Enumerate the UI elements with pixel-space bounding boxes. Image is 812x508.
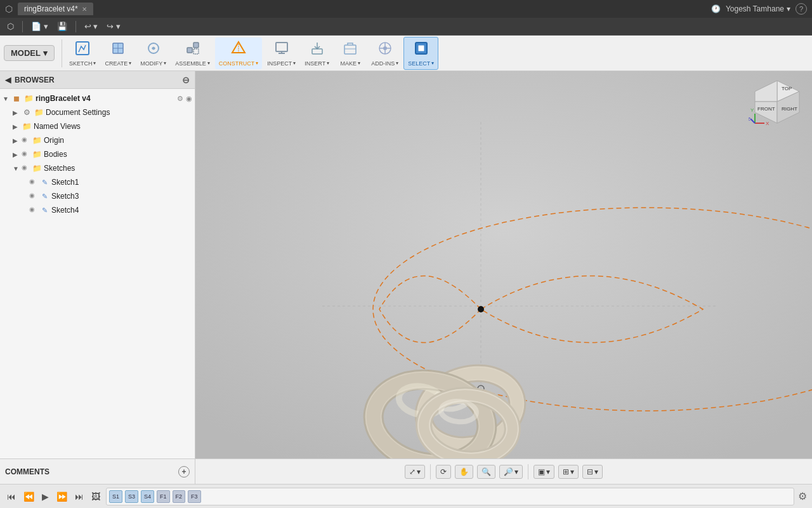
browser-collapse-left[interactable]: ◀ <box>5 76 11 84</box>
doc-settings-folder-icon: 📁 <box>34 107 44 117</box>
user-info[interactable]: Yogesh Tamhane ▾ <box>726 4 790 13</box>
sketch-tool-button[interactable]: SKETCH▾ <box>65 37 100 69</box>
svg-rect-11 <box>276 43 287 51</box>
orbit-icon: ⟳ <box>440 467 447 476</box>
view-toggle-icon: ⊟ <box>587 467 593 476</box>
comments-section: COMMENTS + <box>0 459 195 484</box>
timeline-item-sketch1[interactable]: S1 <box>109 490 122 503</box>
timeline-item-feature3[interactable]: F3 <box>188 490 201 503</box>
viewport-canvas[interactable]: TOP RIGHT FRONT X Y Z <box>195 71 812 458</box>
tree-sketch1[interactable]: ◉ ✎ Sketch1 <box>0 175 195 189</box>
tree-named-views[interactable]: ▶ 📁 Named Views <box>0 119 195 133</box>
new-file-button[interactable]: 📄 ▾ <box>28 20 51 33</box>
bodies-folder-icon: 📁 <box>32 149 42 159</box>
bodies-toggle[interactable]: ▶ <box>13 151 22 158</box>
timeline-item-sketch4[interactable]: S4 <box>141 490 154 503</box>
undo-button[interactable]: ↩ ▾ <box>81 20 102 33</box>
display-mode-button[interactable]: ▣▾ <box>534 465 554 479</box>
username-label: Yogesh Tamhane <box>726 4 784 13</box>
pan-button[interactable]: ✋ <box>455 465 473 479</box>
modify-label: MODIFY▾ <box>140 60 166 67</box>
sketch4-eye-icon: ◉ <box>29 206 38 215</box>
origin-toggle[interactable]: ▶ <box>13 137 22 144</box>
timeline-settings-icon[interactable]: ⚙ <box>798 490 807 502</box>
grid-menu-button[interactable]: ⬡ <box>4 20 17 33</box>
title-bar-right: 🕐 Yogesh Tamhane ▾ ? <box>711 3 807 15</box>
help-icon[interactable]: ? <box>796 3 807 15</box>
create-tool-button[interactable]: CREATE▾ <box>101 37 135 69</box>
tree-origin[interactable]: ▶ ◉ 📁 Origin <box>0 133 195 147</box>
inspect-tool-button[interactable]: INSPECT▾ <box>263 37 299 69</box>
comments-add-button[interactable]: + <box>178 466 190 478</box>
zoom-in-icon: 🔍 <box>481 467 491 476</box>
make-icon <box>342 40 358 59</box>
zoom-out-button[interactable]: 🔎▾ <box>499 465 523 479</box>
addins-tool-button[interactable]: ADD-INS▾ <box>367 37 402 69</box>
timeline-item-feature1[interactable]: F1 <box>157 490 170 503</box>
svg-rect-6 <box>193 43 199 48</box>
timeline-play-button[interactable]: ▶ <box>40 490 51 504</box>
root-settings-icon[interactable]: ⚙ <box>177 95 183 103</box>
save-button[interactable]: 💾 <box>54 20 70 33</box>
sketch4-sketch-icon: ✎ <box>39 205 49 215</box>
doc-settings-gear-icon: ⚙ <box>22 107 32 117</box>
svg-rect-24 <box>418 45 424 51</box>
browser-title: BROWSER <box>15 76 55 84</box>
assemble-tool-button[interactable]: ASSEMBLE▾ <box>171 37 214 69</box>
timeline-next-skip-button[interactable]: ⏭ <box>73 490 86 504</box>
timeline-item-sketch3[interactable]: S3 <box>125 490 138 503</box>
tree-document-settings[interactable]: ▶ ⚙ 📁 Document Settings <box>0 105 195 119</box>
orbit-button[interactable]: ⟳ <box>436 465 451 479</box>
svg-rect-7 <box>193 49 199 54</box>
root-eye-icon[interactable]: ◉ <box>186 95 192 103</box>
modify-icon <box>145 40 162 59</box>
user-dropdown-icon[interactable]: ▾ <box>787 4 790 13</box>
tree-sketch4[interactable]: ◉ ✎ Sketch4 <box>0 203 195 217</box>
sketch3-eye-icon: ◉ <box>29 192 38 201</box>
modify-tool-button[interactable]: MODIFY▾ <box>136 37 170 69</box>
grid-display-button[interactable]: ⊞▾ <box>558 465 579 479</box>
named-views-folder-icon: 📁 <box>22 121 32 131</box>
tab-label: ringBracelet v4* <box>24 4 78 13</box>
insert-tool-button[interactable]: INSERT▾ <box>301 37 333 69</box>
construct-tool-button[interactable]: CONSTRUCT▾ <box>215 37 263 69</box>
app-icon: ⬡ <box>5 4 13 14</box>
zoom-in-button[interactable]: 🔍 <box>477 465 495 479</box>
timeline-next-button[interactable]: ⏩ <box>55 490 69 504</box>
sketches-label: Sketches <box>44 164 75 173</box>
doc-settings-toggle[interactable]: ▶ <box>13 109 22 116</box>
addins-label: ADD-INS▾ <box>371 60 398 67</box>
model-menu-button[interactable]: MODEL ▾ <box>4 45 55 61</box>
tree-root-item[interactable]: ▼ ◼ 📁 ringBracelet v4 ⚙ ◉ <box>0 91 195 105</box>
zoom-out-icon: 🔎 <box>504 467 513 476</box>
timeline-item-feature2[interactable]: F2 <box>173 490 186 503</box>
svg-text:X: X <box>766 121 769 126</box>
timeline-bar: ⏮ ⏪ ▶ ⏩ ⏭ 🖼 S1 S3 S4 F1 F2 F3 ⚙ <box>0 484 812 508</box>
sketches-toggle[interactable]: ▼ <box>13 165 22 172</box>
create-icon <box>110 40 126 59</box>
tab-close-button[interactable]: ✕ <box>82 6 87 13</box>
comments-label: COMMENTS <box>5 467 49 476</box>
tree-bodies[interactable]: ▶ ◉ 📁 Bodies <box>0 147 195 161</box>
workspace: ◀ BROWSER ⊖ ▼ ◼ 📁 ringBracelet v4 ⚙ ◉ ▶ … <box>0 71 812 458</box>
named-views-toggle[interactable]: ▶ <box>13 123 22 130</box>
fit-view-button[interactable]: ⤢▾ <box>405 465 425 479</box>
timeline-prev-button[interactable]: ⏪ <box>22 490 36 504</box>
view-cube[interactable]: TOP RIGHT FRONT X Y Z <box>749 77 806 135</box>
browser-collapse-button[interactable]: ⊖ <box>182 75 190 85</box>
tree-sketches[interactable]: ▼ ◉ 📁 Sketches <box>0 161 195 175</box>
tree-root-toggle[interactable]: ▼ <box>3 95 11 102</box>
view-toggle-button[interactable]: ⊟▾ <box>582 465 603 479</box>
select-icon <box>413 40 429 59</box>
construct-label: CONSTRUCT▾ <box>219 60 259 67</box>
svg-marker-46 <box>755 81 777 102</box>
document-tab[interactable]: ringBracelet v4* ✕ <box>18 3 93 15</box>
select-tool-button[interactable]: SELECT▾ <box>403 37 438 70</box>
redo-button[interactable]: ↪ ▾ <box>103 20 124 33</box>
svg-rect-15 <box>344 45 356 54</box>
tree-sketch3[interactable]: ◉ ✎ Sketch3 <box>0 189 195 203</box>
sketch-svg <box>195 71 812 458</box>
timeline-profile-button[interactable]: 🖼 <box>89 490 102 504</box>
timeline-prev-skip-button[interactable]: ⏮ <box>5 490 18 504</box>
make-tool-button[interactable]: MAKE▾ <box>334 37 366 69</box>
